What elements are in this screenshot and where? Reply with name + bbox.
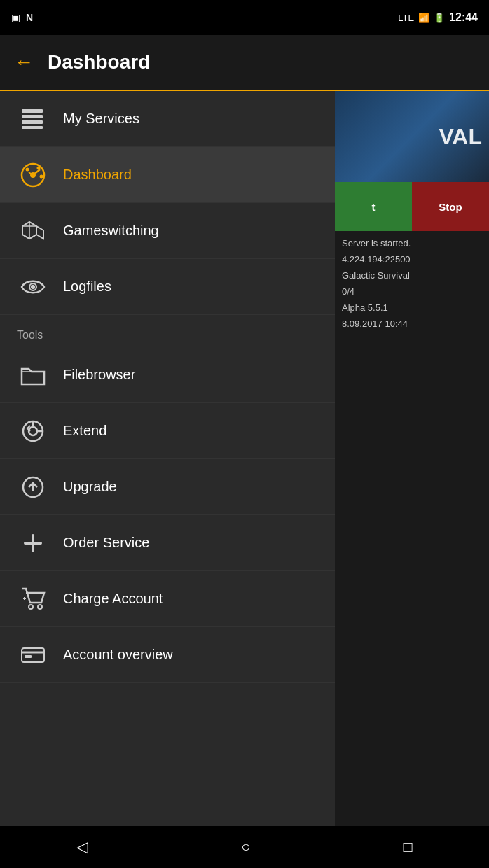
game-banner: VAL xyxy=(335,91,489,182)
clock: 12:44 xyxy=(449,11,478,24)
server-status-text: Server is started. xyxy=(342,238,482,248)
svg-rect-2 xyxy=(22,120,43,124)
grid-icon xyxy=(17,109,49,129)
status-bar-left: ▣ N xyxy=(11,12,33,23)
svg-point-8 xyxy=(26,167,29,171)
plus-icon xyxy=(17,531,49,555)
status-bar-right: LTE 📶 🔋 12:44 xyxy=(398,11,478,24)
recent-nav-button[interactable]: □ xyxy=(390,831,427,863)
sidebar-item-account-overview[interactable]: Account overview xyxy=(0,627,335,683)
main-layout: VAL t Stop Server is started. 4.224.194:… xyxy=(0,91,489,826)
game-version: Alpha 5.5.1 xyxy=(342,302,482,313)
sidebar-item-label-filebrowser: Filebrowser xyxy=(63,367,135,383)
server-info: Server is started. 4.224.194:22500 Galac… xyxy=(335,231,489,342)
notification-icon: N xyxy=(26,12,33,23)
page-title: Dashboard xyxy=(48,51,150,74)
header: ← Dashboard xyxy=(0,35,489,91)
folder-icon xyxy=(17,365,49,386)
sidebar-item-label-my-services: My Services xyxy=(63,111,139,127)
sidebar-item-label-charge-account: Charge Account xyxy=(63,591,163,607)
svg-point-20 xyxy=(29,605,33,609)
sidebar-item-order-service[interactable]: Order Service xyxy=(0,515,335,571)
svg-point-21 xyxy=(38,605,42,609)
sidebar-item-upgrade[interactable]: Upgrade xyxy=(0,459,335,515)
sidebar-item-label-dashboard: Dashboard xyxy=(63,167,132,183)
bottom-navigation: ◁ ○ □ xyxy=(0,826,489,868)
navigation-drawer: My Services Dashboard xyxy=(0,91,335,826)
svg-point-10 xyxy=(40,174,43,178)
sim-card-icon: ▣ xyxy=(11,12,20,23)
signal-icon: 📶 xyxy=(418,13,429,23)
extend-icon xyxy=(17,419,49,443)
players-count: 0/4 xyxy=(342,286,482,297)
svg-point-9 xyxy=(37,166,41,169)
sidebar-item-logfiles[interactable]: Logfiles xyxy=(0,259,335,315)
card-icon xyxy=(17,645,49,665)
sidebar-item-label-logfiles: Logfiles xyxy=(63,279,111,295)
svg-rect-0 xyxy=(22,109,43,113)
lte-icon: LTE xyxy=(398,13,414,23)
sidebar-item-filebrowser[interactable]: Filebrowser xyxy=(0,347,335,403)
stop-button[interactable]: Stop xyxy=(412,182,489,231)
sidebar-item-label-account-overview: Account overview xyxy=(63,647,173,663)
svg-rect-1 xyxy=(22,115,43,118)
back-nav-button[interactable]: ◁ xyxy=(62,831,102,863)
back-button[interactable]: ← xyxy=(14,51,34,74)
dashboard-icon xyxy=(17,162,49,188)
background-content: VAL t Stop Server is started. 4.224.194:… xyxy=(335,91,489,826)
svg-line-6 xyxy=(33,169,40,175)
sidebar-item-label-extend: Extend xyxy=(63,423,106,439)
server-controls: t Stop xyxy=(335,182,489,231)
battery-icon: 🔋 xyxy=(434,13,445,23)
sidebar-item-label-upgrade: Upgrade xyxy=(63,479,117,495)
eye-icon xyxy=(17,278,49,296)
status-bar: ▣ N LTE 📶 🔋 12:44 xyxy=(0,0,489,35)
sidebar-item-label-gameswitching: Gameswitching xyxy=(63,223,159,239)
start-button[interactable]: t xyxy=(335,182,412,231)
svg-rect-3 xyxy=(22,126,43,129)
sidebar-item-charge-account[interactable]: Charge Account xyxy=(0,571,335,627)
sidebar-item-extend[interactable]: Extend xyxy=(0,403,335,459)
sidebar-item-gameswitching[interactable]: Gameswitching xyxy=(0,203,335,259)
server-date: 8.09.2017 10:44 xyxy=(342,318,482,329)
server-ip: 4.224.194:22500 xyxy=(342,254,482,265)
svg-rect-26 xyxy=(25,655,32,658)
home-nav-button[interactable]: ○ xyxy=(227,831,264,863)
gameswitching-icon xyxy=(17,219,49,243)
svg-point-12 xyxy=(32,286,34,288)
sidebar-item-dashboard[interactable]: Dashboard xyxy=(0,147,335,203)
cart-icon xyxy=(17,587,49,611)
svg-rect-19 xyxy=(24,542,42,545)
game-title-partial: VAL xyxy=(439,124,482,150)
game-name: Galactic Survival xyxy=(342,270,482,281)
tools-section-header: Tools xyxy=(0,315,335,347)
svg-rect-24 xyxy=(22,648,44,662)
sidebar-item-label-order-service: Order Service xyxy=(63,535,149,551)
upgrade-icon xyxy=(17,475,49,499)
sidebar-item-my-services[interactable]: My Services xyxy=(0,91,335,147)
